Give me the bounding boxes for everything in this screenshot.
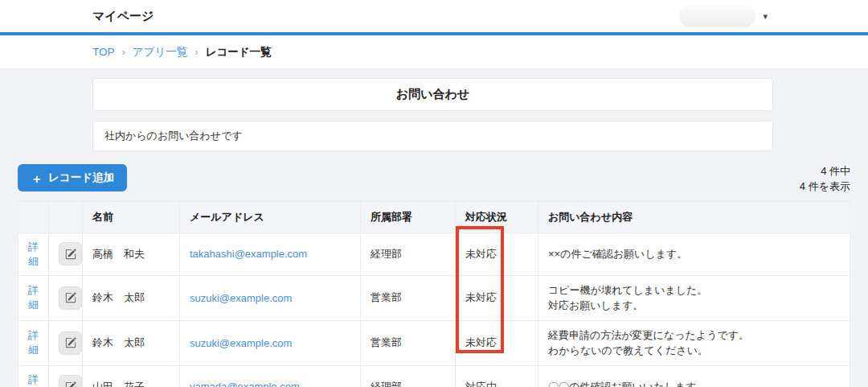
status-cell: 未対応 xyxy=(456,233,538,275)
app-title: お問い合わせ xyxy=(93,79,772,110)
detail-link[interactable]: 詳細 xyxy=(28,329,39,356)
status-cell: 未対応 xyxy=(456,320,538,365)
email-cell: suzuki@example.com xyxy=(180,275,361,320)
status-cell: 未対応 xyxy=(456,275,538,320)
email-link[interactable]: suzuki@example.com xyxy=(190,292,292,304)
department-cell: 営業部 xyxy=(361,320,456,365)
detail-cell: 詳細 xyxy=(18,320,49,365)
department-cell: 経理部 xyxy=(361,365,456,387)
column-header-name: 名前 xyxy=(83,201,180,233)
column-header-email: メールアドレス xyxy=(180,201,361,233)
add-record-button[interactable]: ＋ レコード追加 xyxy=(18,164,127,191)
pencil-square-icon xyxy=(65,249,76,260)
content-cell: 経費申請の方法が変更になったようです。 わからないので教えてください。 xyxy=(538,320,850,365)
detail-link[interactable]: 詳細 xyxy=(28,241,39,267)
department-cell: 経理部 xyxy=(361,233,456,275)
column-header-content: お問い合わせ内容 xyxy=(538,201,850,233)
detail-cell: 詳細 xyxy=(18,365,49,387)
edit-record-button[interactable] xyxy=(59,242,82,266)
edit-cell xyxy=(49,275,83,320)
name-cell: 山田 花子 xyxy=(83,365,180,387)
pencil-square-icon xyxy=(65,381,76,387)
user-menu[interactable]: ▾ xyxy=(679,5,768,27)
breadcrumb: TOP › アプリ一覧 › レコード一覧 xyxy=(0,35,868,68)
email-link[interactable]: suzuki@example.com xyxy=(190,337,292,349)
main-content: お問い合わせ 社内からのお問い合わせです ＋ レコード追加 4 件中 4 件を表… xyxy=(0,68,868,387)
name-cell: 鈴木 太郎 xyxy=(83,320,180,365)
breadcrumb-link-top[interactable]: TOP xyxy=(92,46,115,58)
edit-record-button[interactable] xyxy=(59,331,82,355)
app-description-card: 社内からのお問い合わせです xyxy=(92,121,773,151)
record-table-body: 詳細 高橋 和夫 takahashi@example.com 経理部 未対応 ×… xyxy=(18,233,850,387)
record-count-shown: 4 件を表示 xyxy=(800,179,850,195)
content-cell: コピー機が壊れてしまいました。 対応お願いします。 xyxy=(538,275,850,320)
user-name-redacted xyxy=(679,5,755,27)
column-header-detail xyxy=(18,201,49,233)
table-row: 詳細 山田 花子 yamada@example.com 経理部 対応中 〇〇の件… xyxy=(18,365,850,387)
edit-cell xyxy=(49,320,83,365)
pencil-square-icon xyxy=(65,337,76,348)
breadcrumb-link-apps[interactable]: アプリ一覧 xyxy=(133,45,187,60)
pencil-square-icon xyxy=(65,292,76,303)
email-cell: suzuki@example.com xyxy=(180,320,361,365)
edit-record-button[interactable] xyxy=(59,286,82,310)
detail-cell: 詳細 xyxy=(18,275,49,320)
edit-cell xyxy=(49,365,83,387)
breadcrumb-separator: › xyxy=(122,46,125,58)
detail-link[interactable]: 詳細 xyxy=(28,284,39,311)
toolbar: ＋ レコード追加 4 件中 4 件を表示 xyxy=(18,164,850,195)
record-table: 名前 メールアドレス 所属部署 対応状況 お問い合わせ内容 詳細 高橋 和夫 xyxy=(18,201,850,387)
column-header-department: 所属部署 xyxy=(361,201,456,233)
add-record-label: レコード追加 xyxy=(48,171,114,185)
breadcrumb-current: レコード一覧 xyxy=(206,45,272,60)
column-header-status: 対応状況 xyxy=(456,201,538,233)
email-link[interactable]: yamada@example.com xyxy=(190,381,300,387)
status-cell: 対応中 xyxy=(456,365,538,387)
name-cell: 高橋 和夫 xyxy=(83,233,180,275)
detail-link[interactable]: 詳細 xyxy=(28,373,39,387)
email-link[interactable]: takahashi@example.com xyxy=(190,248,307,260)
table-row: 詳細 鈴木 太郎 suzuki@example.com 営業部 未対応 コピー機… xyxy=(18,275,850,320)
page-title: マイページ xyxy=(92,9,154,24)
department-cell: 営業部 xyxy=(361,275,456,320)
table-row: 詳細 高橋 和夫 takahashi@example.com 経理部 未対応 ×… xyxy=(18,233,850,275)
record-count: 4 件中 4 件を表示 xyxy=(800,164,850,195)
record-count-total: 4 件中 xyxy=(800,164,850,179)
column-header-edit xyxy=(49,201,83,233)
email-cell: yamada@example.com xyxy=(180,365,361,387)
table-header-row: 名前 メールアドレス 所属部署 対応状況 お問い合わせ内容 xyxy=(18,201,850,233)
plus-icon: ＋ xyxy=(31,172,43,184)
breadcrumb-separator: › xyxy=(194,46,198,58)
content-cell: ××の件ご確認お願いします。 xyxy=(538,233,850,275)
app-title-card: お問い合わせ xyxy=(92,78,773,111)
content-cell: 〇〇の件確認お願いいたします。 xyxy=(538,365,850,387)
detail-cell: 詳細 xyxy=(18,233,49,275)
top-bar: マイページ ▾ xyxy=(0,0,868,32)
email-cell: takahashi@example.com xyxy=(180,233,361,275)
edit-cell xyxy=(49,233,83,275)
name-cell: 鈴木 太郎 xyxy=(83,275,180,320)
edit-record-button[interactable] xyxy=(59,375,82,387)
table-row: 詳細 鈴木 太郎 suzuki@example.com 営業部 未対応 経費申請… xyxy=(18,320,850,365)
caret-down-icon[interactable]: ▾ xyxy=(763,12,768,21)
